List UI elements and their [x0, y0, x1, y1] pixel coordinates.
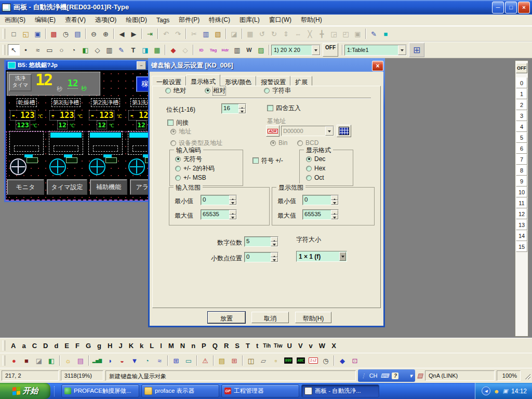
- chevron-down-icon[interactable]: [398, 45, 406, 55]
- state-10[interactable]: 10: [516, 187, 527, 197]
- tab-shape-color[interactable]: 形状/颜色: [220, 76, 256, 86]
- menu-edit[interactable]: 编辑(E): [30, 14, 60, 26]
- tag-F[interactable]: F: [72, 342, 83, 350]
- tag-Q[interactable]: Q: [209, 342, 221, 350]
- function-switch-icon[interactable]: ◪: [33, 355, 45, 366]
- task-proface-folder[interactable]: proface 表示器: [141, 384, 219, 397]
- canvas-window-titlebar[interactable]: B5: 悠线鋸?Jp −: [6, 60, 158, 70]
- radio-string[interactable]: 字符串: [264, 87, 291, 94]
- tab-extend[interactable]: 扩展: [290, 76, 312, 86]
- bar-graph-icon[interactable]: ▂▅▇: [91, 355, 103, 366]
- dot-tool-icon[interactable]: •: [20, 44, 32, 56]
- chevron-down-icon[interactable]: [339, 252, 346, 261]
- decimal-point-input[interactable]: 0: [244, 252, 278, 262]
- arc-tool-icon[interactable]: ◔: [68, 44, 79, 56]
- open-icon[interactable]: ◱: [20, 28, 32, 39]
- new-screen-icon[interactable]: □: [8, 28, 20, 39]
- toolbar-grip[interactable]: [3, 45, 5, 55]
- sign-checkbox[interactable]: 符号 +/-: [252, 157, 283, 164]
- spin-up-icon[interactable]: [229, 195, 236, 200]
- copy-icon[interactable]: ▥: [200, 28, 212, 39]
- tank-graph-icon[interactable]: ▼: [128, 355, 141, 366]
- maximize-button[interactable]: □: [505, 2, 517, 14]
- tag-display-icon[interactable]: Tag: [207, 44, 219, 56]
- state-8[interactable]: 8: [516, 165, 527, 176]
- state-3[interactable]: 3: [516, 110, 527, 121]
- help-button[interactable]: 帮助(H): [295, 312, 331, 323]
- tag-S[interactable]: S: [232, 342, 243, 350]
- tag-J[interactable]: J: [115, 342, 125, 350]
- state-off-button[interactable]: OFF: [516, 63, 527, 73]
- redo-icon[interactable]: ↷: [172, 28, 184, 39]
- resize-grip[interactable]: [524, 373, 530, 379]
- radio-hex[interactable]: Hex: [306, 165, 325, 172]
- state-2[interactable]: 2: [516, 99, 527, 110]
- spin-down-icon[interactable]: [271, 242, 278, 246]
- rect-tool-icon[interactable]: ▭: [44, 44, 56, 56]
- tag-M[interactable]: M: [165, 342, 177, 350]
- tag-W[interactable]: W: [316, 342, 328, 350]
- toolbar-grip[interactable]: [3, 355, 5, 366]
- menu-view[interactable]: 查看(V): [60, 14, 90, 26]
- chevron-down-icon[interactable]: ▾: [409, 373, 413, 379]
- rounding-checkbox[interactable]: 四舍五入: [267, 104, 301, 112]
- pen-settings-icon[interactable]: ✎: [368, 28, 380, 39]
- qq-messenger-icon[interactable]: ☻: [494, 388, 500, 394]
- input-min-input[interactable]: 0: [201, 195, 237, 205]
- task-project-manager[interactable]: GP 工程管理器: [221, 384, 299, 397]
- shrink-icon[interactable]: ╳: [304, 28, 316, 39]
- bring-to-front-icon[interactable]: ◲: [328, 28, 340, 39]
- cut-icon[interactable]: ✂: [188, 28, 200, 39]
- duplicate-icon[interactable]: ▦: [244, 28, 256, 39]
- eraser-icon[interactable]: ◪: [228, 28, 240, 39]
- keyboard-icon[interactable]: ⌨: [381, 373, 389, 379]
- state-0[interactable]: 0: [516, 77, 527, 88]
- file-display-icon[interactable]: ▤: [216, 355, 228, 366]
- menu-special[interactable]: 特殊(C): [204, 14, 235, 26]
- tag-n[interactable]: n: [188, 342, 198, 350]
- polygon-tool-icon[interactable]: ◇: [91, 44, 103, 56]
- bit-length-input[interactable]: 16: [221, 103, 246, 114]
- grid-size-select[interactable]: 1) 20 X 20: [271, 45, 321, 56]
- tag-C[interactable]: C: [29, 342, 40, 350]
- snap-off-button[interactable]: OFF: [323, 43, 338, 57]
- tag-R[interactable]: R: [221, 342, 232, 350]
- image-tool-icon[interactable]: ▦: [151, 44, 163, 56]
- free-frame-icon[interactable]: ▫: [270, 355, 282, 366]
- state-15[interactable]: 15: [516, 241, 527, 252]
- radio-dec[interactable]: Dec: [306, 155, 325, 163]
- menu-draw[interactable]: 绘图(D): [121, 14, 152, 26]
- state-11[interactable]: 11: [516, 197, 527, 208]
- tag-P[interactable]: P: [198, 342, 209, 350]
- tag-A[interactable]: A: [8, 342, 19, 350]
- tag-d[interactable]: d: [51, 342, 61, 350]
- tag-E[interactable]: E: [61, 342, 72, 350]
- state-9[interactable]: 9: [516, 176, 527, 187]
- spin-down-icon[interactable]: [238, 109, 246, 113]
- word-switch-icon[interactable]: ■: [20, 355, 33, 366]
- message-display-icon[interactable]: ABC: [295, 355, 307, 366]
- color-settings-icon[interactable]: ■: [380, 28, 392, 39]
- toolbar-grip[interactable]: [3, 340, 5, 351]
- tag-T[interactable]: T: [243, 342, 253, 350]
- spin-down-icon[interactable]: [229, 215, 236, 219]
- dialog-close-button[interactable]: ×: [372, 61, 383, 71]
- library-3d-icon[interactable]: ◆: [167, 44, 179, 56]
- line-tool-icon[interactable]: ≈: [32, 44, 44, 56]
- flip-horizontal-icon[interactable]: ⇔: [292, 28, 304, 39]
- radio-oct[interactable]: Oct: [306, 174, 324, 181]
- clock-display-icon[interactable]: ◷: [320, 355, 332, 366]
- lamp-icon[interactable]: ☼: [62, 355, 74, 366]
- spin-up-icon[interactable]: [271, 252, 278, 257]
- display-min-input[interactable]: 0: [302, 195, 339, 205]
- airbrush-tool-icon[interactable]: ✎: [115, 44, 127, 56]
- send-to-back-icon[interactable]: ◰: [340, 28, 352, 39]
- state-5[interactable]: 5: [516, 132, 527, 143]
- ruler-tool-icon[interactable]: ▥: [103, 44, 115, 56]
- language-indicator[interactable]: CH: [369, 373, 378, 379]
- cancel-button[interactable]: 取消: [251, 312, 289, 323]
- tag-K[interactable]: K: [126, 342, 137, 350]
- input-max-input[interactable]: 65535: [201, 209, 237, 220]
- chevron-down-icon[interactable]: [312, 45, 320, 55]
- window-display-icon[interactable]: W: [243, 44, 255, 56]
